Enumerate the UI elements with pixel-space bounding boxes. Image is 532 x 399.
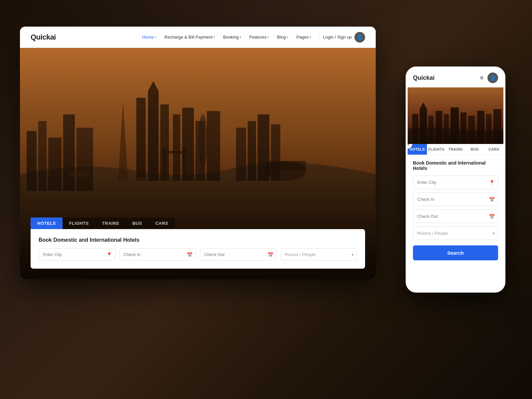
mobile-form-title: Book Domestic and International Hotels — [413, 160, 498, 171]
form-fields: 📍 📅 📅 — [39, 248, 357, 261]
checkout-input[interactable] — [200, 248, 277, 261]
checkin-input[interactable] — [119, 248, 196, 261]
nav-item-recharge[interactable]: Recharge & Bill Payment ▾ — [161, 33, 219, 42]
tab-cars[interactable]: CARS — [149, 217, 175, 229]
checkin-calendar-icon: 📅 — [187, 252, 193, 257]
nav-home-label: Home — [142, 35, 154, 40]
mobile-mockup: Quickai ≡ 👤 — [406, 66, 505, 293]
nav-booking-label: Booking — [223, 35, 239, 40]
mobile-booking: ⚙ HOTELS FLIGHTS TRAINS BUS CARS Book Do… — [408, 144, 503, 291]
desktop-brand: Quickai — [31, 33, 56, 42]
nav-recharge-label: Recharge & Bill Payment — [165, 35, 213, 40]
mobile-tabs: HOTELS FLIGHTS TRAINS BUS CARS — [408, 144, 503, 155]
mobile-tab-bus[interactable]: BUS — [465, 144, 484, 155]
mobile-checkin-field: 📅 — [413, 193, 498, 206]
nav-item-home[interactable]: Home ▾ — [139, 33, 160, 42]
nav-booking-chevron: ▾ — [240, 36, 241, 39]
nav-item-booking[interactable]: Booking ▾ — [220, 33, 245, 42]
mobile-tab-trains[interactable]: TRAINS — [446, 144, 465, 155]
desktop-navbar: Quickai Home ▾ Recharge & Bill Payment ▾… — [20, 27, 376, 48]
hamburger-icon[interactable]: ≡ — [480, 74, 483, 81]
desktop-booking-form: Book Domestic and International Hotels 📍… — [31, 229, 365, 269]
desktop-hero-content: HOTELS FLIGHTS TRAINS BUS CARS Book Dome… — [20, 217, 376, 279]
mobile-location-icon: 📍 — [489, 180, 495, 185]
mobile-checkout-field: 📅 — [413, 209, 498, 223]
tab-trains[interactable]: TRAINS — [95, 217, 126, 229]
desktop-mockup: Quickai Home ▾ Recharge & Bill Payment ▾… — [20, 27, 376, 279]
avatar-icon: 👤 — [357, 35, 363, 40]
nav-recharge-chevron: ▾ — [213, 36, 215, 39]
checkout-calendar-icon: 📅 — [268, 252, 273, 257]
nav-features-chevron: ▾ — [267, 36, 269, 39]
mobile-city-field: 📍 — [413, 176, 498, 189]
tab-hotels[interactable]: HOTELS — [31, 217, 63, 229]
mobile-avatar[interactable]: 👤 — [487, 72, 498, 83]
page-wrapper: Quickai Home ▾ Recharge & Bill Payment ▾… — [0, 0, 532, 399]
nav-blog-chevron: ▾ — [287, 36, 288, 39]
rooms-field: Rooms / People ▾ — [281, 248, 357, 261]
tab-bus[interactable]: BUS — [126, 217, 149, 229]
mobile-checkout-calendar-icon: 📅 — [489, 214, 495, 219]
mobile-checkin-calendar-icon: 📅 — [489, 197, 495, 202]
rooms-select[interactable]: Rooms / People — [281, 248, 357, 261]
nav-pages-label: Pages — [296, 35, 309, 40]
nav-home-chevron: ▾ — [155, 36, 157, 39]
mobile-nav-icons: ≡ 👤 — [480, 72, 498, 83]
city-input[interactable] — [39, 248, 115, 261]
nav-login[interactable]: Login / Sign up 👤 — [323, 32, 365, 43]
desktop-avatar: 👤 — [354, 32, 365, 43]
mobile-checkin-input[interactable] — [413, 193, 498, 206]
mobile-checkout-input[interactable] — [413, 209, 498, 223]
mobile-search-button[interactable]: Search — [413, 245, 498, 260]
mobile-form: Book Domestic and International Hotels 📍… — [408, 155, 503, 266]
nav-login-label: Login / Sign up — [323, 35, 352, 40]
nav-item-pages[interactable]: Pages ▾ — [293, 33, 315, 42]
desktop-booking-tabs: HOTELS FLIGHTS TRAINS BUS CARS — [31, 217, 365, 229]
desktop-nav: Home ▾ Recharge & Bill Payment ▾ Booking… — [139, 32, 365, 43]
mobile-hero-overlay — [408, 87, 503, 144]
mobile-rooms-field: Rooms / People ▾ — [413, 226, 498, 240]
mobile-avatar-icon: 👤 — [490, 75, 496, 80]
mobile-tab-cars[interactable]: CARS — [484, 144, 503, 155]
mobile-navbar: Quickai ≡ 👤 — [408, 68, 503, 87]
mobile-rooms-select[interactable]: Rooms / People — [413, 226, 498, 240]
nav-pages-chevron: ▾ — [310, 36, 311, 39]
checkin-field: 📅 — [119, 248, 196, 261]
nav-features-label: Features — [249, 35, 266, 40]
mobile-city-input[interactable] — [413, 176, 498, 189]
nav-item-features[interactable]: Features ▾ — [246, 33, 272, 42]
nav-item-blog[interactable]: Blog ▾ — [274, 33, 292, 42]
desktop-hero: HOTELS FLIGHTS TRAINS BUS CARS Book Dome… — [20, 48, 376, 279]
mobile-brand: Quickai — [413, 74, 435, 81]
nav-divider — [319, 33, 319, 41]
booking-form-title: Book Domestic and International Hotels — [39, 237, 357, 243]
mobile-inner: Quickai ≡ 👤 — [408, 68, 503, 291]
location-icon: 📍 — [106, 252, 112, 257]
checkout-field: 📅 — [200, 248, 277, 261]
nav-blog-label: Blog — [277, 35, 286, 40]
city-field: 📍 — [39, 248, 115, 261]
mobile-hero — [408, 87, 503, 144]
mobile-tab-flights[interactable]: FLIGHTS — [427, 144, 446, 155]
tab-flights[interactable]: FLIGHTS — [63, 217, 95, 229]
